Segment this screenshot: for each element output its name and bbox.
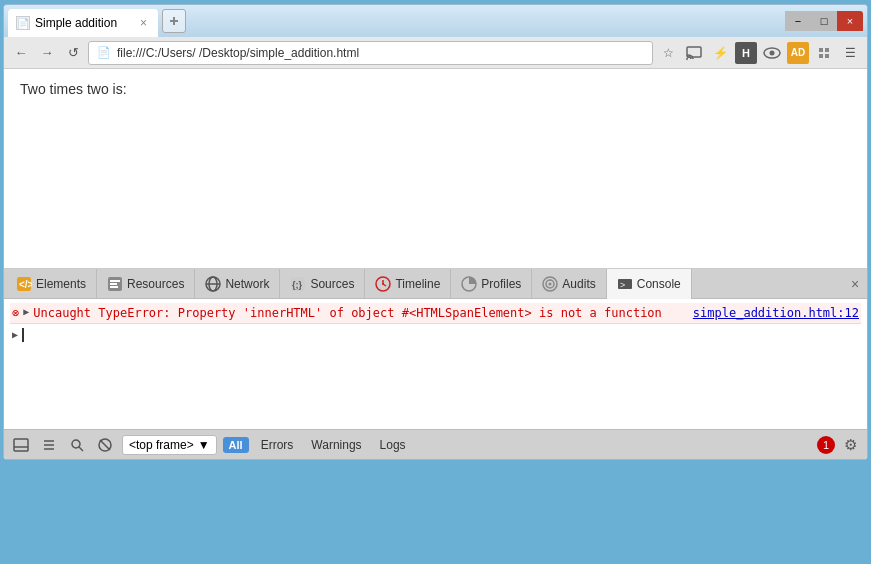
lightning-icon[interactable]: ⚡ bbox=[709, 42, 731, 64]
block-button[interactable] bbox=[94, 434, 116, 456]
devtools-tab-profiles[interactable]: Profiles bbox=[451, 269, 532, 299]
nav-bar: ← → ↺ 📄 file:///C:/Users/ /Desktop/simpl… bbox=[4, 37, 867, 69]
error-source-link[interactable]: simple_addition.html:12 bbox=[693, 306, 859, 320]
browser-window: 📄 Simple addition × − □ × ← → ↺ 📄 file:/… bbox=[3, 4, 868, 460]
frame-selector-label: <top frame> bbox=[129, 438, 194, 452]
filter-errors-button[interactable]: Errors bbox=[255, 436, 300, 454]
devtools-close-button[interactable]: × bbox=[845, 274, 865, 294]
profiles-tab-label: Profiles bbox=[481, 277, 521, 291]
console-input-row: ▶ bbox=[10, 324, 861, 345]
devtools-panel: </> Elements Resources Network bbox=[4, 269, 867, 459]
maximize-button[interactable]: □ bbox=[811, 11, 837, 31]
error-message: Uncaught TypeError: Property 'innerHTML'… bbox=[33, 306, 693, 320]
list-button[interactable] bbox=[38, 434, 60, 456]
profiles-icon bbox=[461, 276, 477, 292]
svg-rect-8 bbox=[819, 54, 823, 58]
filter-all-button[interactable]: All bbox=[223, 437, 249, 453]
resources-tab-label: Resources bbox=[127, 277, 184, 291]
resources-icon bbox=[107, 276, 123, 292]
expand-arrow-icon[interactable]: ▶ bbox=[23, 306, 29, 317]
svg-rect-1 bbox=[173, 17, 175, 25]
minimize-button[interactable]: − bbox=[785, 11, 811, 31]
audits-icon bbox=[542, 276, 558, 292]
bottom-right-controls: 1 ⚙ bbox=[817, 434, 861, 456]
svg-point-5 bbox=[770, 50, 775, 55]
filter-warnings-button[interactable]: Warnings bbox=[305, 436, 367, 454]
error-count-badge: 1 bbox=[817, 436, 835, 454]
address-file-icon: 📄 bbox=[97, 46, 111, 59]
tab-close-button[interactable]: × bbox=[137, 16, 150, 30]
devtools-tabs: </> Elements Resources Network bbox=[4, 269, 867, 299]
devtools-tab-network[interactable]: Network bbox=[195, 269, 280, 299]
frame-selector-arrow: ▼ bbox=[198, 438, 210, 452]
elements-icon: </> bbox=[16, 276, 32, 292]
settings-icon[interactable]: ⚙ bbox=[839, 434, 861, 456]
timeline-tab-label: Timeline bbox=[395, 277, 440, 291]
svg-text:</>: </> bbox=[19, 279, 32, 290]
console-output: ⊗ ▶ Uncaught TypeError: Property 'innerH… bbox=[4, 299, 867, 429]
h-icon[interactable]: H bbox=[735, 42, 757, 64]
menu-icon[interactable]: ☰ bbox=[839, 42, 861, 64]
svg-line-37 bbox=[79, 447, 83, 451]
address-text: file:///C:/Users/ /Desktop/simple_additi… bbox=[117, 46, 359, 60]
eyes-icon[interactable] bbox=[761, 42, 783, 64]
bookmark-icon[interactable]: ☆ bbox=[657, 42, 679, 64]
sources-tab-label: Sources bbox=[310, 277, 354, 291]
devtools-tab-timeline[interactable]: Timeline bbox=[365, 269, 451, 299]
svg-point-3 bbox=[686, 58, 688, 60]
console-error-row: ⊗ ▶ Uncaught TypeError: Property 'innerH… bbox=[10, 303, 861, 324]
svg-point-36 bbox=[72, 440, 80, 448]
devtools-tab-elements[interactable]: </> Elements bbox=[6, 269, 97, 299]
browser-tab[interactable]: 📄 Simple addition × bbox=[8, 9, 158, 37]
console-cursor[interactable] bbox=[22, 327, 24, 342]
svg-text:{;}: {;} bbox=[292, 280, 302, 290]
svg-rect-13 bbox=[110, 280, 120, 282]
svg-rect-6 bbox=[819, 48, 823, 52]
console-prompt-arrow: ▶ bbox=[12, 329, 18, 340]
forward-button[interactable]: → bbox=[36, 42, 58, 64]
timeline-icon bbox=[375, 276, 391, 292]
console-icon: >_ bbox=[617, 276, 633, 292]
svg-point-24 bbox=[382, 283, 384, 285]
devtools-tab-console[interactable]: >_ Console bbox=[607, 269, 692, 299]
svg-rect-9 bbox=[825, 54, 829, 58]
new-tab-button[interactable] bbox=[162, 9, 186, 33]
search-button[interactable] bbox=[66, 434, 88, 456]
audits-tab-label: Audits bbox=[562, 277, 595, 291]
frame-selector[interactable]: <top frame> ▼ bbox=[122, 435, 217, 455]
reload-button[interactable]: ↺ bbox=[62, 42, 84, 64]
title-bar: 📄 Simple addition × − □ × bbox=[4, 5, 867, 37]
back-button[interactable]: ← bbox=[10, 42, 32, 64]
devtools-tab-audits[interactable]: Audits bbox=[532, 269, 606, 299]
sources-icon: {;} bbox=[290, 276, 306, 292]
close-button[interactable]: × bbox=[837, 11, 863, 31]
addon-icon[interactable]: AD bbox=[787, 42, 809, 64]
devtools-bottom-bar: <top frame> ▼ All Errors Warnings Logs 1… bbox=[4, 429, 867, 459]
devtools-tab-resources[interactable]: Resources bbox=[97, 269, 195, 299]
svg-line-39 bbox=[100, 440, 110, 450]
puzzle-icon[interactable] bbox=[813, 42, 835, 64]
error-count-number: 1 bbox=[823, 439, 829, 451]
nav-icons-right: ☆ ⚡ H AD ☰ bbox=[657, 42, 861, 64]
error-icon: ⊗ bbox=[12, 306, 19, 320]
console-tab-label: Console bbox=[637, 277, 681, 291]
svg-rect-14 bbox=[110, 283, 117, 285]
tab-title: Simple addition bbox=[35, 16, 117, 30]
filter-logs-button[interactable]: Logs bbox=[374, 436, 412, 454]
svg-rect-15 bbox=[110, 286, 118, 288]
tab-favicon: 📄 bbox=[16, 16, 30, 30]
svg-text:>_: >_ bbox=[620, 280, 631, 290]
elements-tab-label: Elements bbox=[36, 277, 86, 291]
svg-rect-31 bbox=[14, 439, 28, 451]
svg-rect-7 bbox=[825, 48, 829, 52]
page-content: Two times two is: bbox=[4, 69, 867, 269]
svg-point-28 bbox=[549, 282, 552, 285]
network-icon bbox=[205, 276, 221, 292]
devtools-tab-sources[interactable]: {;} Sources bbox=[280, 269, 365, 299]
cast-icon[interactable] bbox=[683, 42, 705, 64]
window-controls: − □ × bbox=[785, 11, 863, 31]
dock-button[interactable] bbox=[10, 434, 32, 456]
address-bar[interactable]: 📄 file:///C:/Users/ /Desktop/simple_addi… bbox=[88, 41, 653, 65]
page-text: Two times two is: bbox=[20, 81, 127, 97]
network-tab-label: Network bbox=[225, 277, 269, 291]
